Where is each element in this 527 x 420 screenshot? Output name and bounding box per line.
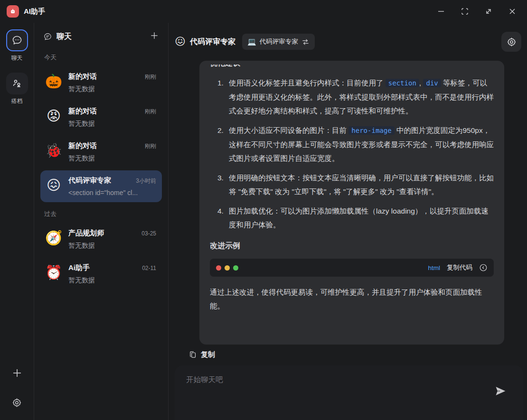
conversation-item[interactable]: 🎃新的对话刚刚暂无数据 bbox=[40, 66, 162, 99]
conversation-avatar: ⏰ bbox=[45, 263, 63, 281]
conversation-time: 3小时前 bbox=[136, 177, 156, 185]
conversation-avatar: 😖 bbox=[45, 176, 63, 194]
conversation-item[interactable]: ⏰Ai助手02-11暂无数据 bbox=[40, 258, 162, 290]
section-label: 过去 bbox=[44, 210, 162, 218]
conversation-subtitle: 暂无数据 bbox=[68, 120, 156, 128]
rail-item-chat[interactable]: 聊天 bbox=[6, 29, 28, 62]
conversation-subtitle: 暂无数据 bbox=[68, 85, 156, 93]
traffic-light-yellow bbox=[225, 265, 230, 271]
fullscreen-icon[interactable] bbox=[458, 4, 472, 19]
chat-list-panel: 聊天 今天🎃新的对话刚刚暂无数据😡新的对话刚刚暂无数据🐞新的对话刚刚暂无数据😖代… bbox=[34, 23, 169, 420]
inline-code: hero-image bbox=[348, 126, 394, 135]
agent-title: 代码评审专家 bbox=[190, 37, 235, 47]
chat-list-bubble-icon bbox=[43, 32, 52, 41]
swap-icon bbox=[301, 38, 310, 46]
agent-avatar: 😖 bbox=[175, 36, 186, 48]
text-segment: 使用大小适应不同设备的图片：目前 bbox=[229, 126, 348, 134]
main-panel: 😖 代码评审专家 💻 代码评审专家 bbox=[169, 23, 527, 420]
chat-bubble-icon bbox=[6, 29, 28, 51]
popout-icon[interactable] bbox=[481, 4, 496, 19]
clipped-heading: 优化建议 bbox=[210, 65, 494, 68]
composer bbox=[175, 365, 523, 420]
conversation-avatar: 🎃 bbox=[45, 72, 63, 90]
copy-icon bbox=[189, 351, 197, 359]
traffic-light-red bbox=[216, 265, 221, 271]
suggestion-item: 1.使用语义化标签并且避免行内样式：目前使用了 section, div 等标签… bbox=[210, 76, 494, 118]
chat-list-header: 聊天 bbox=[40, 23, 162, 50]
conversation-settings-button[interactable] bbox=[501, 32, 521, 52]
app-logo-icon bbox=[7, 5, 19, 18]
close-icon[interactable] bbox=[505, 4, 519, 19]
collapse-code-icon[interactable] bbox=[479, 263, 488, 272]
conversation-subtitle: 暂无数据 bbox=[68, 154, 156, 163]
list-number: 2. bbox=[217, 123, 224, 137]
conversation-subtitle: 暂无数据 bbox=[68, 242, 156, 250]
conversation-time: 03-25 bbox=[141, 230, 156, 237]
conversation-list: 今天🎃新的对话刚刚暂无数据😡新的对话刚刚暂无数据🐞新的对话刚刚暂无数据😖代码评审… bbox=[40, 50, 162, 292]
suggestion-item: 3.使用明确的按钮文本：按钮文本应当清晰明确，用户可以直接了解按钮功能，比如将 … bbox=[210, 171, 494, 198]
chat-list-title: 聊天 bbox=[56, 32, 147, 42]
closing-paragraph: 通过上述改进，使得代码更易读，可维护性更高，并且提升了用户体验和页面加载性能。 bbox=[210, 285, 494, 313]
conversation-avatar: 🐞 bbox=[45, 141, 63, 159]
rail-item-partners[interactable]: 搭档 bbox=[6, 73, 28, 105]
message-input[interactable] bbox=[186, 375, 479, 408]
conversation-item[interactable]: 😡新的对话刚刚暂无数据 bbox=[40, 101, 162, 134]
conversation-title: 代码评审专家 bbox=[68, 176, 136, 185]
conversation-subtitle: 暂无数据 bbox=[68, 276, 156, 285]
list-number: 3. bbox=[217, 171, 224, 185]
text-segment: 使用语义化标签并且避免行内样式：目前使用了 bbox=[229, 79, 386, 87]
conversation-avatar: 🧭 bbox=[45, 229, 63, 247]
app-title: AI助手 bbox=[24, 7, 45, 16]
conversation-title: 新的对话 bbox=[68, 72, 145, 81]
improvement-example-heading: 改进示例 bbox=[210, 241, 494, 251]
list-number: 1. bbox=[217, 76, 224, 90]
left-rail: 聊天 搭档 bbox=[0, 23, 34, 420]
conversation-title: 新的对话 bbox=[68, 141, 145, 150]
copy-label: 复制 bbox=[201, 350, 215, 359]
conversation-title: 产品规划师 bbox=[68, 229, 141, 238]
suggestion-item: 4.图片加载优化：可以为图片添加懒加载属性（lazy loading），以提升页… bbox=[210, 204, 494, 232]
conversation-title: 新的对话 bbox=[68, 107, 145, 116]
conversation-item[interactable]: 😖代码评审专家3小时前<section id="home" cl... bbox=[40, 170, 162, 202]
code-language-label: html bbox=[428, 264, 440, 271]
text-segment: 使用明确的按钮文本：按钮文本应当清晰明确，用户可以直接了解按钮功能，比如将 "免… bbox=[229, 174, 494, 196]
main-header: 😖 代码评审专家 💻 代码评审专家 bbox=[169, 23, 527, 61]
rail-label-partners: 搭档 bbox=[11, 97, 23, 105]
conversation-item[interactable]: 🧭产品规划师03-25暂无数据 bbox=[40, 223, 162, 256]
conversation-avatar: 😡 bbox=[45, 107, 63, 125]
badge-laptop-icon: 💻 bbox=[247, 37, 256, 46]
inline-code: section bbox=[386, 79, 419, 87]
badge-label: 代码评审专家 bbox=[260, 37, 298, 46]
conversation-time: 02-11 bbox=[142, 265, 156, 271]
inline-code: div bbox=[423, 79, 441, 87]
assistant-message-bubble: 优化建议 1.使用语义化标签并且避免行内样式：目前使用了 section, di… bbox=[199, 61, 504, 345]
copy-message-button[interactable]: 复制 bbox=[189, 350, 527, 359]
settings-gear-icon[interactable] bbox=[12, 398, 22, 410]
conversation-time: 刚刚 bbox=[145, 73, 156, 81]
conversation-item[interactable]: 🐞新的对话刚刚暂无数据 bbox=[40, 136, 162, 168]
clipped-heading-wrap: 优化建议 bbox=[210, 65, 494, 69]
agent-switch-badge[interactable]: 💻 代码评审专家 bbox=[242, 34, 315, 50]
rail-label-chat: 聊天 bbox=[11, 54, 23, 62]
list-number: 4. bbox=[217, 204, 224, 218]
title-bar: AI助手 bbox=[0, 0, 527, 23]
copy-code-button[interactable]: 复制代码 bbox=[447, 263, 472, 272]
minimize-icon[interactable] bbox=[434, 4, 448, 19]
app-window: AI助手 bbox=[0, 0, 527, 420]
conversation-time: 刚刚 bbox=[145, 108, 156, 116]
conversation-subtitle: <section id="home" cl... bbox=[68, 189, 156, 196]
partners-icon bbox=[6, 73, 28, 94]
traffic-light-green bbox=[233, 265, 238, 271]
suggestion-item: 2.使用大小适应不同设备的图片：目前 hero-image 中的图片宽度固定为9… bbox=[210, 123, 494, 165]
section-label: 今天 bbox=[44, 53, 162, 62]
conversation-time: 刚刚 bbox=[145, 142, 156, 150]
conversation-title: Ai助手 bbox=[68, 263, 142, 272]
code-block-header: html 复制代码 bbox=[210, 259, 494, 277]
new-conversation-plus-icon[interactable] bbox=[147, 29, 162, 44]
text-segment: 图片加载优化：可以为图片添加懒加载属性（lazy loading），以提升页面加… bbox=[229, 207, 489, 229]
new-chat-plus-icon[interactable] bbox=[11, 367, 23, 381]
send-icon[interactable] bbox=[494, 384, 507, 400]
suggestion-list: 1.使用语义化标签并且避免行内样式：目前使用了 section, div 等标签… bbox=[210, 76, 494, 232]
